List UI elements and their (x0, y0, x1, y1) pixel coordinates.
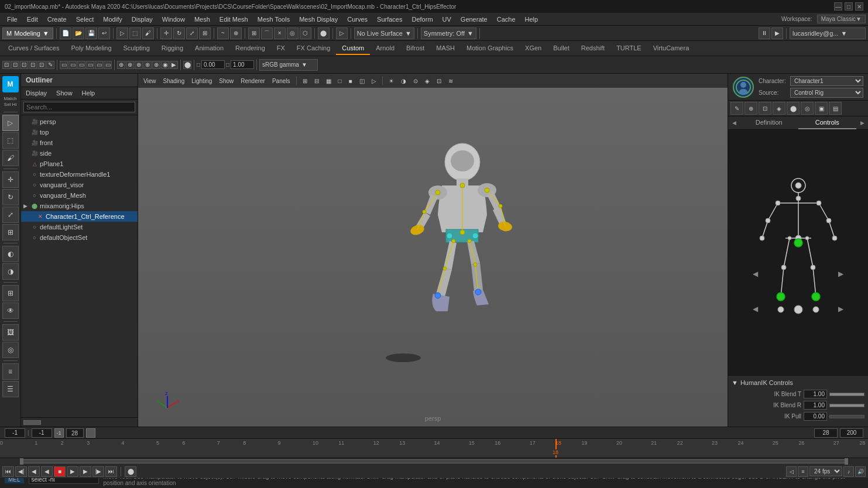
rt-icon-8[interactable]: ▤ (829, 102, 842, 115)
tool-icon-6[interactable]: ✎ (46, 61, 54, 69)
menu-mesh-display[interactable]: Mesh Display (294, 15, 342, 24)
tool-icon-16[interactable]: ⊕ (143, 61, 152, 69)
step-back-btn[interactable]: ◀| (15, 466, 27, 477)
menu-file[interactable]: File (2, 15, 22, 24)
tab-definition[interactable]: Definition (740, 116, 798, 129)
view-btn[interactable]: 👁 (2, 303, 19, 319)
tool-icon-5[interactable]: ⊡ (37, 61, 46, 69)
lasso-tool-btn[interactable]: ⬚ (2, 132, 19, 149)
ik-blend-t-slider[interactable] (829, 393, 864, 396)
tool-icon-13[interactable]: ⊕ (117, 61, 125, 69)
tree-item-side[interactable]: 🎥 side (21, 148, 138, 159)
menu-modify[interactable]: Modify (98, 15, 126, 24)
play-back-btn[interactable]: ◀ (41, 466, 53, 477)
tab-virtucamera[interactable]: VirtuCamera (647, 42, 695, 55)
viewport-ao-btn[interactable]: ⊙ (410, 77, 421, 85)
viewport-render-btn[interactable]: ▷ (369, 77, 379, 85)
universal-tool-btn[interactable]: ⊞ (2, 224, 19, 240)
menu-deform[interactable]: Deform (407, 15, 437, 24)
menu-mesh-tools[interactable]: Mesh Tools (253, 15, 294, 24)
rt-icon-6[interactable]: ◎ (801, 102, 814, 115)
tree-item-pplane1[interactable]: △ pPlane1 (21, 159, 138, 169)
workspace-dropdown[interactable]: Maya Classic▼ (817, 15, 866, 23)
viewport-show-menu[interactable]: Show (216, 77, 236, 85)
play-fwd-btn[interactable]: ▶ (67, 466, 78, 477)
custom-btn-2[interactable]: ☰ (2, 381, 19, 397)
tool-icon-17[interactable]: ⊕ (152, 61, 160, 69)
scroll-handle[interactable] (23, 420, 41, 425)
ik-pull-slider[interactable] (829, 415, 864, 418)
viewport-panels-menu[interactable]: Panels (269, 77, 293, 85)
tree-item-default-light-set[interactable]: ○ defaultLightSet (21, 222, 138, 232)
anim-settings-btn[interactable]: ≡ (798, 466, 808, 477)
rotate-tool[interactable]: ↻ (173, 28, 185, 39)
viewport-textured-btn[interactable]: ◫ (356, 77, 368, 85)
undo-button[interactable]: ↩ (98, 28, 110, 39)
select-tool-btn[interactable]: ▷ (2, 115, 19, 131)
paint-select-btn[interactable]: 🖌 (2, 150, 19, 166)
snap-point[interactable]: × (274, 28, 286, 39)
ik-blend-t-input[interactable] (804, 390, 827, 398)
tab-controls[interactable]: Controls (798, 116, 857, 129)
viewport-light-btn[interactable]: ☀ (386, 77, 397, 85)
rt-icon-5[interactable]: ⬤ (787, 102, 800, 115)
viewport-solid-btn[interactable]: ■ (346, 77, 355, 85)
character-dropdown[interactable]: Character1 (790, 76, 863, 86)
outliner-search-input[interactable] (23, 102, 135, 112)
snap-grid[interactable]: ⊞ (248, 28, 260, 39)
tab-turtle[interactable]: TURTLE (610, 42, 647, 55)
go-to-start-btn[interactable]: ⏮ (2, 466, 14, 477)
viewport-icon-2[interactable]: ⊟ (311, 77, 322, 85)
tree-item-persp[interactable]: 🎥 persp (21, 116, 138, 127)
pause-button[interactable]: ⏸ (759, 28, 770, 39)
frame-step-btn[interactable]: -1 (54, 428, 64, 438)
render-btn[interactable]: ▷ (336, 28, 348, 39)
value2-input[interactable] (231, 60, 254, 69)
collapse-icon[interactable]: ◀ (728, 116, 740, 129)
tab-arnold[interactable]: Arnold (370, 42, 400, 55)
tree-item-mesh[interactable]: ○ vanguard_Mesh (21, 190, 138, 201)
tab-motion-graphics[interactable]: Motion Graphics (461, 42, 519, 55)
char-anim-btn[interactable]: ◁ (786, 466, 797, 477)
outliner-display-menu[interactable]: Display (22, 88, 50, 98)
viewport-icon-3[interactable]: ▦ (323, 77, 334, 85)
tool-icon-19[interactable]: ▶ (170, 61, 178, 69)
tool-icon-14[interactable]: ⊕ (126, 61, 134, 69)
value1-input[interactable] (201, 60, 225, 69)
viewport-shadow-btn[interactable]: ◑ (398, 77, 409, 85)
tool-icon-20[interactable]: ⬤ (183, 61, 191, 69)
custom-btn-1[interactable]: ≡ (2, 363, 19, 380)
tree-item-top[interactable]: 🎥 top (21, 127, 138, 138)
menu-select[interactable]: Select (71, 15, 99, 24)
next-key-btn[interactable]: ▶ (80, 466, 91, 477)
menu-help[interactable]: Help (520, 15, 543, 24)
viewport[interactable]: View Shading Lighting Show Renderer Pane… (138, 74, 728, 427)
range-end-input[interactable] (814, 428, 838, 438)
go-to-end-btn[interactable]: ⏭ (105, 466, 117, 477)
viewport-icon-1[interactable]: ⊞ (300, 77, 310, 85)
tab-custom[interactable]: Custom (336, 42, 370, 55)
audio-btn[interactable]: ♪ (843, 466, 854, 477)
tab-curves-surfaces[interactable]: Curves / Surfaces (2, 42, 65, 55)
cache-button[interactable]: ▶ (771, 28, 783, 39)
viewport-wireframe-btn[interactable]: □ (335, 77, 345, 85)
viewport-lighting-menu[interactable]: Lighting (188, 77, 215, 85)
user-dropdown[interactable]: lucasridley@g... ▼ (790, 28, 866, 39)
viewport-shading-menu[interactable]: Shading (160, 77, 188, 85)
ik-blend-r-input[interactable] (804, 401, 827, 410)
snap-view[interactable]: ◎ (287, 28, 299, 39)
expand-icon[interactable]: ▶ (856, 116, 868, 129)
outliner-show-menu[interactable]: Show (53, 88, 76, 98)
tree-item-front[interactable]: 🎥 front (21, 138, 138, 148)
tab-fx[interactable]: FX (271, 42, 291, 55)
tool-icon-15[interactable]: ⊕ (135, 61, 143, 69)
render-view-btn[interactable]: 🖼 (2, 324, 19, 341)
source-dropdown[interactable]: Control Rig (790, 88, 863, 98)
no-live-surface-dropdown[interactable]: No Live Surface ▼ (354, 28, 414, 39)
tool-icon-9[interactable]: ▭ (77, 61, 85, 69)
tool-icon-8[interactable]: ▭ (68, 61, 77, 69)
scale-tool-btn[interactable]: ⤢ (2, 207, 19, 223)
tree-item-default-object-set[interactable]: ○ defaultObjectSet (21, 232, 138, 243)
paint-select-tool[interactable]: 🖌 (142, 28, 154, 39)
range-handle[interactable] (21, 459, 847, 463)
